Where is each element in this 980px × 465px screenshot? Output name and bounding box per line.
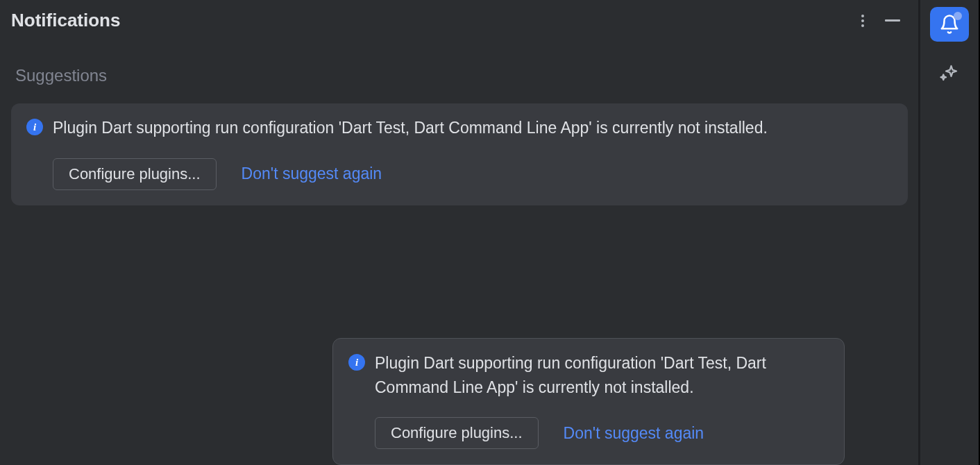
configure-plugins-button[interactable]: Configure plugins... [375, 417, 539, 449]
configure-plugins-button[interactable]: Configure plugins... [53, 158, 217, 190]
notification-card: i Plugin Dart supporting run configurati… [11, 103, 908, 205]
notification-actions: Configure plugins... Don't suggest again [53, 158, 893, 190]
info-icon: i [26, 119, 43, 135]
panel-title: Notifications [11, 10, 120, 31]
notification-message: Plugin Dart supporting run configuration… [375, 351, 829, 399]
dont-suggest-link[interactable]: Don't suggest again [242, 164, 382, 183]
notifications-panel: Notifications Suggestions i Plugin Dart … [0, 0, 918, 465]
ai-assistant-button[interactable] [938, 61, 961, 85]
notifications-bell-button[interactable] [930, 7, 969, 42]
notification-actions: Configure plugins... Don't suggest again [375, 417, 829, 449]
sparkle-icon [939, 62, 960, 83]
info-icon: i [348, 354, 365, 371]
dont-suggest-link[interactable]: Don't suggest again [564, 424, 704, 443]
section-label: Suggestions [15, 66, 909, 85]
notification-badge-icon [954, 12, 962, 20]
minimize-icon[interactable] [885, 19, 900, 22]
notification-message: Plugin Dart supporting run configuration… [53, 116, 893, 140]
header-actions [856, 14, 900, 28]
panel-header: Notifications [10, 10, 909, 31]
notification-body: Plugin Dart supporting run configuration… [375, 351, 829, 449]
more-options-icon[interactable] [856, 14, 870, 28]
right-toolbar [918, 0, 979, 465]
notification-toast: i Plugin Dart supporting run configurati… [332, 338, 845, 465]
notification-body: Plugin Dart supporting run configuration… [53, 116, 893, 190]
